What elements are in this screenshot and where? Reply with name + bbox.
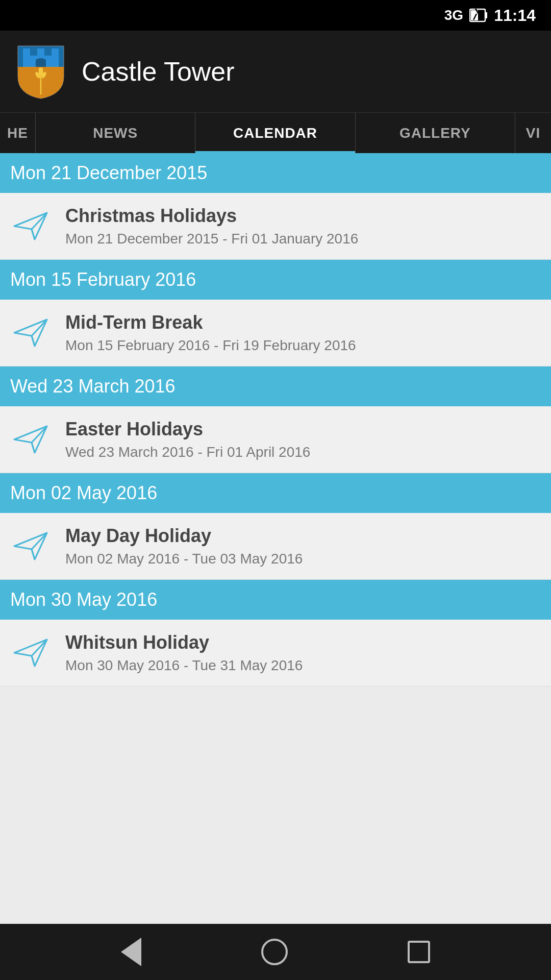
app-logo bbox=[15, 43, 66, 100]
event-details-3: Easter Holidays Wed 23 March 2016 - Fri … bbox=[65, 419, 310, 460]
event-details-2: Mid-Term Break Mon 15 February 2016 - Fr… bbox=[65, 312, 356, 354]
event-date-range-1: Mon 21 December 2015 - Fri 01 January 20… bbox=[65, 231, 358, 247]
date-header-1: Mon 21 December 2015 bbox=[0, 153, 551, 193]
svg-marker-23 bbox=[14, 533, 47, 559]
svg-rect-7 bbox=[52, 48, 59, 57]
paper-plane-icon-2 bbox=[13, 317, 48, 348]
event-title-2: Mid-Term Break bbox=[65, 312, 356, 333]
tab-gallery[interactable]: GALLERY bbox=[356, 113, 515, 153]
event-date-range-2: Mon 15 February 2016 - Fri 19 February 2… bbox=[65, 337, 356, 354]
svg-line-28 bbox=[32, 656, 35, 666]
svg-rect-1 bbox=[485, 12, 487, 18]
event-title-5: Whitsun Holiday bbox=[65, 632, 303, 653]
tab-news[interactable]: NEWS bbox=[36, 113, 195, 153]
back-button[interactable] bbox=[121, 938, 141, 966]
paper-plane-icon-4 bbox=[13, 531, 48, 561]
signal-indicator: 3G bbox=[444, 7, 463, 23]
date-header-5: Mon 30 May 2016 bbox=[0, 580, 551, 620]
battery-icon bbox=[469, 8, 488, 23]
svg-rect-6 bbox=[37, 48, 44, 57]
svg-marker-20 bbox=[14, 426, 47, 453]
svg-line-25 bbox=[32, 549, 35, 559]
event-item-4[interactable]: May Day Holiday Mon 02 May 2016 - Tue 03… bbox=[0, 513, 551, 580]
tab-vi[interactable]: VI bbox=[515, 113, 551, 153]
svg-line-19 bbox=[32, 336, 35, 346]
svg-line-22 bbox=[32, 443, 35, 453]
event-item-5[interactable]: Whitsun Holiday Mon 30 May 2016 - Tue 31… bbox=[0, 620, 551, 687]
event-details-4: May Day Holiday Mon 02 May 2016 - Tue 03… bbox=[65, 525, 303, 567]
svg-marker-17 bbox=[14, 320, 47, 346]
event-item-1[interactable]: Christmas Holidays Mon 21 December 2015 … bbox=[0, 193, 551, 260]
app-title: Castle Tower bbox=[82, 56, 235, 87]
back-triangle-icon bbox=[121, 938, 141, 966]
event-title-1: Christmas Holidays bbox=[65, 205, 358, 227]
event-item-2[interactable]: Mid-Term Break Mon 15 February 2016 - Fr… bbox=[0, 300, 551, 366]
calendar-list: Mon 21 December 2015 Christmas Holidays … bbox=[0, 153, 551, 805]
content-spacer bbox=[0, 805, 551, 924]
date-header-3: Wed 23 March 2016 bbox=[0, 366, 551, 406]
paper-plane-icon bbox=[13, 211, 48, 241]
event-date-range-5: Mon 30 May 2016 - Tue 31 May 2016 bbox=[65, 657, 303, 674]
event-icon-2 bbox=[10, 312, 51, 353]
event-icon-4 bbox=[10, 526, 51, 567]
svg-marker-14 bbox=[14, 213, 47, 239]
event-icon-5 bbox=[10, 632, 51, 673]
app-header: Castle Tower bbox=[0, 31, 551, 112]
recents-square-icon bbox=[408, 941, 430, 963]
home-circle-icon bbox=[261, 939, 288, 965]
bottom-nav-bar bbox=[0, 924, 551, 980]
event-details-1: Christmas Holidays Mon 21 December 2015 … bbox=[65, 205, 358, 247]
date-header-4: Mon 02 May 2016 bbox=[0, 473, 551, 513]
event-date-range-3: Wed 23 March 2016 - Fri 01 April 2016 bbox=[65, 444, 310, 460]
svg-rect-5 bbox=[23, 48, 30, 57]
svg-line-16 bbox=[32, 229, 35, 239]
tab-home[interactable]: HE bbox=[0, 113, 36, 153]
status-bar: 3G 11:14 bbox=[0, 0, 551, 31]
event-date-range-4: Mon 02 May 2016 - Tue 03 May 2016 bbox=[65, 551, 303, 567]
nav-tabs: HE NEWS CALENDAR GALLERY VI bbox=[0, 112, 551, 153]
time-display: 11:14 bbox=[494, 6, 536, 25]
event-item-3[interactable]: Easter Holidays Wed 23 March 2016 - Fri … bbox=[0, 406, 551, 473]
event-title-3: Easter Holidays bbox=[65, 419, 310, 440]
event-title-4: May Day Holiday bbox=[65, 525, 303, 547]
svg-marker-26 bbox=[14, 640, 47, 666]
event-icon-3 bbox=[10, 419, 51, 460]
paper-plane-icon-3 bbox=[13, 424, 48, 455]
event-icon-1 bbox=[10, 206, 51, 247]
date-header-2: Mon 15 February 2016 bbox=[0, 260, 551, 300]
paper-plane-icon-5 bbox=[13, 638, 48, 668]
tab-calendar[interactable]: CALENDAR bbox=[195, 113, 355, 153]
home-button[interactable] bbox=[261, 939, 288, 965]
recents-button[interactable] bbox=[408, 941, 430, 963]
event-details-5: Whitsun Holiday Mon 30 May 2016 - Tue 31… bbox=[65, 632, 303, 674]
